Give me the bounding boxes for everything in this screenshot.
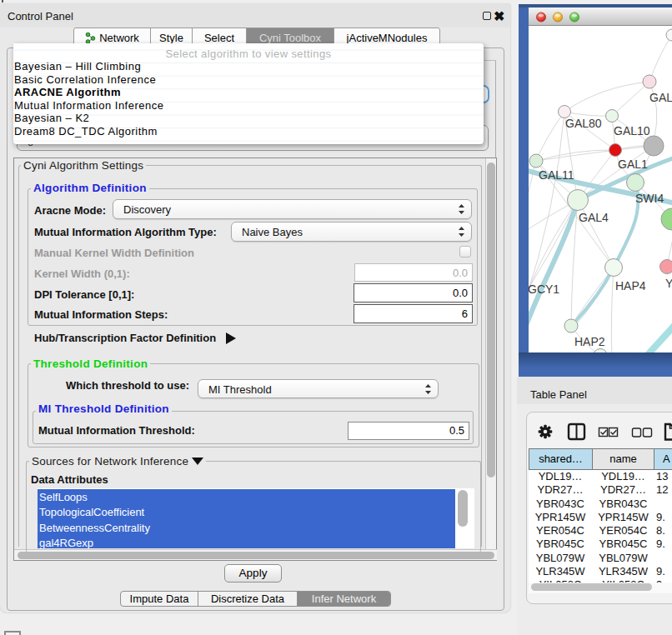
svg-text:Y: Y (665, 277, 672, 290)
svg-text:GAL1: GAL1 (618, 158, 648, 171)
svg-text:HAP4: HAP4 (615, 279, 646, 292)
svg-text:GAL80: GAL80 (565, 117, 602, 130)
svg-text:HAP2: HAP2 (574, 335, 605, 348)
svg-text:SWI4: SWI4 (635, 192, 664, 205)
svg-text:GAL11: GAL11 (539, 168, 574, 182)
svg-text:GAL7: GAL7 (649, 91, 672, 104)
svg-text:GCY1: GCY1 (529, 282, 559, 296)
svg-text:GAL4: GAL4 (579, 211, 609, 224)
svg-text:GAL10: GAL10 (614, 124, 650, 138)
